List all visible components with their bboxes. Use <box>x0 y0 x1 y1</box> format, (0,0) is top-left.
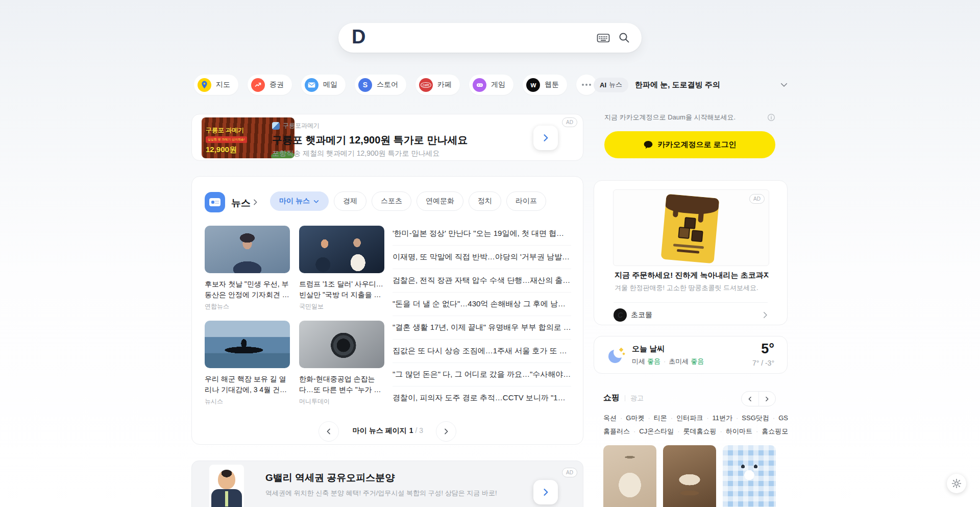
news-card-title[interactable]: 한화-현대중공업 손잡는다…또 다른 변수 "누가 잠수함을 먼저 만드나?" … <box>299 374 384 395</box>
ai-news-row: AI뉴스 한파에 눈, 도로결빙 주의 <box>594 77 789 92</box>
info-icon[interactable] <box>767 113 776 122</box>
shortcut-label: 웹툰 <box>545 80 559 89</box>
ad-label-badge: AD <box>749 194 765 204</box>
cafe-icon: cafe <box>419 78 433 92</box>
product-image[interactable] <box>723 445 776 507</box>
shop-link[interactable]: 옥션 <box>603 414 617 422</box>
news-thumbnail[interactable] <box>205 321 290 368</box>
shortcut-label: 증권 <box>270 80 284 89</box>
trend-up-icon <box>251 78 265 92</box>
shop-link[interactable]: 티몬 <box>644 414 667 422</box>
daum-homepage: D 지도 증권 메일 S 스토어 cafe <box>0 0 980 507</box>
news-card: 뉴스 마이 뉴스 경제 스포츠 연예문화 정치 라이프 후보자 첫날 "민생 우… <box>191 176 583 445</box>
side-ad-image[interactable]: AD <box>613 189 769 266</box>
map-pin-icon <box>198 78 211 92</box>
shortcut-label: 메일 <box>323 80 337 89</box>
divider <box>625 395 625 401</box>
virtual-keyboard-icon[interactable] <box>597 32 610 43</box>
bottom-ad-title[interactable]: G밸리 역세권 공유오피스분양 <box>265 471 521 485</box>
shortcut-label: 지도 <box>216 80 230 89</box>
kakao-login-button[interactable]: 카카오계정으로 로그인 <box>604 131 775 158</box>
shopping-prev-button[interactable] <box>742 392 758 406</box>
chevron-down-icon[interactable] <box>779 80 789 89</box>
shop-link[interactable]: CJ온스타일 <box>630 427 674 435</box>
weather-card[interactable]: 오늘 날씨 미세좋음·초미세좋음 5° 7° / -3° <box>594 336 788 374</box>
shortcut-store[interactable]: S 스토어 <box>355 75 406 95</box>
brand-name: 초코몰 <box>631 310 652 320</box>
bottom-ad-photo[interactable] <box>209 465 244 507</box>
shortcut-map[interactable]: 지도 <box>194 75 238 95</box>
advertiser-row: 구룡포과메기 <box>272 122 320 130</box>
news-card-title[interactable]: 후보자 첫날 "민생 우선, 부동산은 안정에 기자회견 나서며 밝히는 '정책… <box>205 279 290 300</box>
headline-item[interactable]: 경찰이, 피의자 도주 경로 추적…CCTV 보니까 "1시 무렵 차, 그 골… <box>393 386 571 409</box>
tab-economy[interactable]: 경제 <box>334 191 366 211</box>
ai-news-headline[interactable]: 한파에 눈, 도로결빙 주의 <box>635 80 779 90</box>
chevron-right-icon[interactable] <box>761 310 770 320</box>
news-card-title[interactable]: 트럼프 '1조 달러' 사우디…빈살만 "국방 더 지출을 약속" 정상 회담 <box>299 279 384 300</box>
headline-item[interactable]: "그 많던 돈은" 다, 그 어디로 갔을 까요…"수사해야" 목소리 <box>393 363 571 386</box>
store-icon: S <box>358 78 372 92</box>
shop-link[interactable]: SSG닷컴 <box>732 414 769 422</box>
shortcut-mail[interactable]: 메일 <box>301 75 346 95</box>
shopping-ad-label: 광고 <box>630 394 644 403</box>
search-icon[interactable] <box>618 32 630 44</box>
shop-link[interactable]: 홈쇼핑모아 <box>752 427 788 435</box>
ad-image-badge: 싱싱한 햇 과메기 산지직송! <box>206 136 247 143</box>
shortcut-stock[interactable]: 증권 <box>248 75 292 95</box>
shop-link[interactable]: 홈플러스 <box>603 427 630 435</box>
tab-entertainment[interactable]: 연예문화 <box>416 191 463 211</box>
pagination-next-button[interactable] <box>436 421 456 442</box>
headline-item[interactable]: 검찰은, 전직 장관 자택 압수 수색 단행…재산의 출처 조사 <box>393 269 571 292</box>
news-thumbnail[interactable] <box>299 226 384 273</box>
tab-sports[interactable]: 스포츠 <box>372 191 411 211</box>
shopping-title[interactable]: 쇼핑 <box>603 393 620 403</box>
news-source: 뉴시스 <box>205 397 223 406</box>
webtoon-icon: w <box>526 78 540 92</box>
tab-politics[interactable]: 정치 <box>469 191 501 211</box>
shortcut-label: 카페 <box>437 80 452 89</box>
ad-image-title: 구룡포 과메기 <box>206 126 244 135</box>
tab-my-news[interactable]: 마이 뉴스 <box>270 191 329 211</box>
bottom-ad-next-button[interactable] <box>533 480 558 504</box>
news-section-title[interactable]: 뉴스 <box>231 197 251 210</box>
news-thumbnail[interactable] <box>205 226 290 273</box>
headline-item[interactable]: '한미-일본 정상' 만난다 "오는 19일에, 첫 대면 협의 가능성" <box>393 222 571 245</box>
product-image[interactable] <box>603 445 656 507</box>
weather-title: 오늘 날씨 <box>632 344 665 354</box>
headline-list: '한미-일본 정상' 만난다 "오는 19일에, 첫 대면 협의 가능성" 이재… <box>393 222 571 409</box>
product-image[interactable] <box>663 445 716 507</box>
ad-title[interactable]: 구룡포 햇과메기 12,900원 특가로 만나세요 <box>272 133 527 147</box>
search-input[interactable] <box>371 28 589 48</box>
ad-next-button[interactable] <box>533 126 558 150</box>
news-source: 국민일보 <box>299 302 324 311</box>
chevron-right-icon[interactable] <box>251 198 259 206</box>
ad-image-price: 12,900원 <box>206 145 237 155</box>
ad-banner: 구룡포 과메기 싱싱한 햇 과메기 산지직송! 12,900원 구룡포과메기 구… <box>191 114 583 161</box>
news-thumbnail[interactable] <box>299 321 384 368</box>
shop-link[interactable]: 11번가 <box>703 414 732 422</box>
shortcut-webtoon[interactable]: w 웹툰 <box>523 75 567 95</box>
news-card-title[interactable]: 우리 해군 핵잠 보유 길 열리나 기대감에, 3 4월 건조 착수 <box>205 374 290 395</box>
headline-item[interactable]: "결혼 생활 17년, 이제 끝내" 유명배우 부부 합의로 갈라선 이유 <box>393 316 571 339</box>
search-bar: D <box>338 23 642 53</box>
ad-label-badge: AD <box>562 117 577 127</box>
shortcut-game[interactable]: 게임 <box>469 75 513 95</box>
brand-logo: C <box>614 308 627 322</box>
current-temperature: 5° <box>761 341 774 357</box>
side-ad-brand-row[interactable]: C 초코몰 <box>614 308 652 322</box>
headline-item[interactable]: "돈을 더 낼 순 없다"…430억 손해배상 그 후에 남겨진 두 과제 <box>393 292 571 316</box>
shop-link[interactable]: 하이마트 <box>717 427 752 435</box>
advertiser-name: 구룡포과메기 <box>283 122 320 130</box>
tab-life[interactable]: 라이프 <box>506 191 546 211</box>
headline-item[interactable]: 이재명, 또 막말에 직접 반박…야당의 '거부권 남발에' 강한 비판, 배경… <box>393 245 571 269</box>
headline-item[interactable]: 집값은 또 다시 상승 조짐에…1주새 서울 호가 또 수천 올랐다 <box>393 339 571 363</box>
shop-link[interactable]: GS SHOP <box>769 414 788 422</box>
shortcut-cafe[interactable]: cafe 카페 <box>415 75 460 95</box>
shop-link[interactable]: 롯데홈쇼핑 <box>674 427 716 435</box>
shop-link[interactable]: 인터파크 <box>667 414 703 422</box>
shop-link[interactable]: G마켓 <box>617 414 644 422</box>
settings-gear-button[interactable] <box>947 474 966 493</box>
divider <box>614 302 768 303</box>
shopping-next-button[interactable] <box>758 392 776 406</box>
side-ad-title[interactable]: 지금 주문하세요! 진하게 녹아내리는 초코과자들 <box>615 271 769 280</box>
